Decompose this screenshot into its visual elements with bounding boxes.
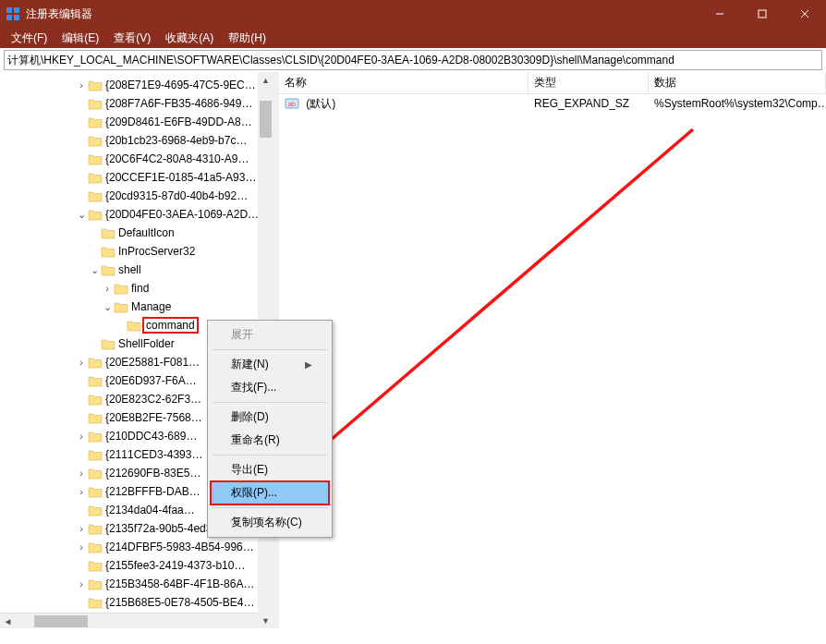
folder-icon <box>114 282 128 295</box>
tree-item-label: InProcServer32 <box>118 245 195 258</box>
tree-item-label: Manage <box>131 300 171 313</box>
chevron-right-icon[interactable]: › <box>76 541 87 553</box>
address-bar[interactable]: 计算机\HKEY_LOCAL_MACHINE\SOFTWARE\Classes\… <box>4 50 822 70</box>
scroll-up-icon[interactable]: ▲ <box>258 72 273 88</box>
tree-item-label: DefaultIcon <box>118 226 175 239</box>
tree-hscrollbar[interactable]: ◄ ► <box>0 613 273 628</box>
chevron-right-icon[interactable]: › <box>76 468 87 479</box>
tree-item[interactable]: ›find <box>0 279 273 298</box>
svg-text:ab: ab <box>288 101 296 107</box>
tree-item[interactable]: {2155fee3-2419-4373-b10… <box>0 556 273 575</box>
chevron-right-icon[interactable]: › <box>76 357 87 368</box>
tree-item-label: {208E71E9-4695-47C5-9EC… <box>105 79 256 91</box>
window-buttons <box>698 0 826 28</box>
folder-icon <box>101 263 115 276</box>
tree-item[interactable]: {215B77BA-853F-48C4-8D… <box>0 612 273 613</box>
tree-item-label: {212690FB-83E5… <box>105 467 200 480</box>
chevron-down-icon[interactable]: ⌄ <box>102 301 113 313</box>
chevron-right-icon[interactable]: › <box>76 431 87 442</box>
tree-item-label: {208F7A6F-FB35-4686-949… <box>105 97 252 110</box>
scroll-left-icon[interactable]: ◄ <box>0 614 16 628</box>
col-data[interactable]: 数据 <box>649 72 826 93</box>
ctx-delete[interactable]: 删除(D) <box>211 406 329 429</box>
tree-item[interactable]: {209D8461-E6FB-49DD-A8… <box>0 113 273 131</box>
col-type[interactable]: 类型 <box>528 72 649 93</box>
minimize-button[interactable] <box>698 0 741 28</box>
folder-icon <box>88 356 103 369</box>
tree-item-label: shell <box>118 263 141 276</box>
menu-file[interactable]: 文件(F) <box>4 29 55 48</box>
tree-item-label: {212BFFFB-DAB… <box>105 485 200 498</box>
folder-icon <box>88 522 103 535</box>
chevron-right-icon[interactable]: › <box>76 79 87 91</box>
ctx-find[interactable]: 查找(F)... <box>211 376 329 399</box>
tree-item[interactable]: ›{208E71E9-4695-47C5-9EC… <box>0 76 273 94</box>
folder-icon <box>101 245 115 258</box>
tree-item-label: {20cd9315-87d0-40b4-b92… <box>105 189 248 202</box>
tree-item[interactable]: {20CCEF1E-0185-41a5-A93… <box>0 168 273 187</box>
tree-item[interactable]: ⌄shell <box>0 261 273 279</box>
tree-item[interactable]: {20C6F4C2-80A8-4310-A9… <box>0 150 273 168</box>
tree-item-label: {209D8461-E6FB-49DD-A8… <box>105 115 252 128</box>
folder-icon <box>88 171 103 184</box>
ctx-permissions[interactable]: 权限(P)... <box>211 481 329 504</box>
titlebar: 注册表编辑器 <box>0 0 826 28</box>
folder-icon <box>88 393 103 406</box>
col-name[interactable]: 名称 <box>279 72 528 93</box>
tree-item-label: find <box>131 282 149 295</box>
tree-item[interactable]: InProcServer32 <box>0 242 273 261</box>
tree-item-label: command <box>144 319 197 332</box>
list-row[interactable]: ab (默认) REG_EXPAND_SZ %SystemRoot%\syste… <box>279 94 826 113</box>
maximize-button[interactable] <box>741 0 783 28</box>
ctx-rename[interactable]: 重命名(R) <box>211 429 329 452</box>
ctx-copy-key-name[interactable]: 复制项名称(C) <box>211 511 329 534</box>
tree-item[interactable]: {215B68E5-0E78-4505-BE4… <box>0 593 273 612</box>
tree-item-label: {215B3458-64BF-4F1B-86A… <box>105 577 254 590</box>
list-header: 名称 类型 数据 <box>279 72 826 94</box>
folder-icon <box>88 430 103 443</box>
address-text: 计算机\HKEY_LOCAL_MACHINE\SOFTWARE\Classes\… <box>7 53 674 68</box>
menu-favorites[interactable]: 收藏夹(A) <box>158 29 221 48</box>
tree-item-label: {20CCEF1E-0185-41a5-A93… <box>105 171 256 184</box>
tree-item[interactable]: ⌄{20D04FE0-3AEA-1069-A2D… <box>0 205 273 224</box>
tree-item-label: {20E8B2FE-7568… <box>105 411 202 424</box>
tree-item-label: {215B68E5-0E78-4505-BE4… <box>105 596 254 609</box>
vscroll-thumb[interactable] <box>260 101 272 138</box>
chevron-down-icon[interactable]: ⌄ <box>89 264 100 276</box>
chevron-right-icon[interactable]: › <box>76 486 87 497</box>
svg-rect-5 <box>759 10 766 18</box>
menu-view[interactable]: 查看(V) <box>106 29 158 48</box>
menu-help[interactable]: 帮助(H) <box>221 29 273 48</box>
tree-item[interactable]: {20b1cb23-6968-4eb9-b7c… <box>0 131 273 150</box>
scroll-down-icon[interactable]: ▼ <box>258 613 273 628</box>
tree-item[interactable]: DefaultIcon <box>0 224 273 242</box>
tree-item-label: {2155fee3-2419-4373-b10… <box>105 559 245 572</box>
tree-item[interactable]: {208F7A6F-FB35-4686-949… <box>0 94 273 113</box>
separator <box>213 507 327 508</box>
tree-item[interactable]: ⌄Manage <box>0 298 273 316</box>
chevron-right-icon[interactable]: › <box>76 578 87 589</box>
tree-item-label: {214DFBF5-5983-4B54-996… <box>105 541 254 553</box>
folder-icon <box>88 541 103 553</box>
ctx-new[interactable]: 新建(N)▶ <box>211 353 329 376</box>
menu-edit[interactable]: 编辑(E) <box>55 29 106 48</box>
chevron-down-icon[interactable]: ⌄ <box>76 209 87 221</box>
folder-icon <box>88 577 103 590</box>
value-list[interactable]: 名称 类型 数据 ab (默认) REG_EXPAND_SZ %SystemRo… <box>279 72 826 628</box>
ctx-expand[interactable]: 展开 <box>211 323 329 346</box>
tree-item-label: {210DDC43-689… <box>105 430 197 443</box>
tree-item[interactable]: ›{214DFBF5-5983-4B54-996… <box>0 538 273 556</box>
separator <box>213 455 327 456</box>
hscroll-thumb[interactable] <box>34 615 88 627</box>
tree-item[interactable]: ›{215B3458-64BF-4F1B-86A… <box>0 575 273 593</box>
close-button[interactable] <box>783 0 826 28</box>
tree-item[interactable]: {20cd9315-87d0-40b4-b92… <box>0 187 273 205</box>
ctx-export[interactable]: 导出(E) <box>211 458 329 481</box>
value-type: REG_EXPAND_SZ <box>528 97 649 110</box>
svg-rect-0 <box>6 7 12 13</box>
folder-icon <box>88 134 103 147</box>
svg-rect-3 <box>14 15 19 20</box>
chevron-right-icon[interactable]: › <box>102 283 113 294</box>
chevron-right-icon[interactable]: › <box>76 523 87 534</box>
folder-icon <box>88 97 103 110</box>
